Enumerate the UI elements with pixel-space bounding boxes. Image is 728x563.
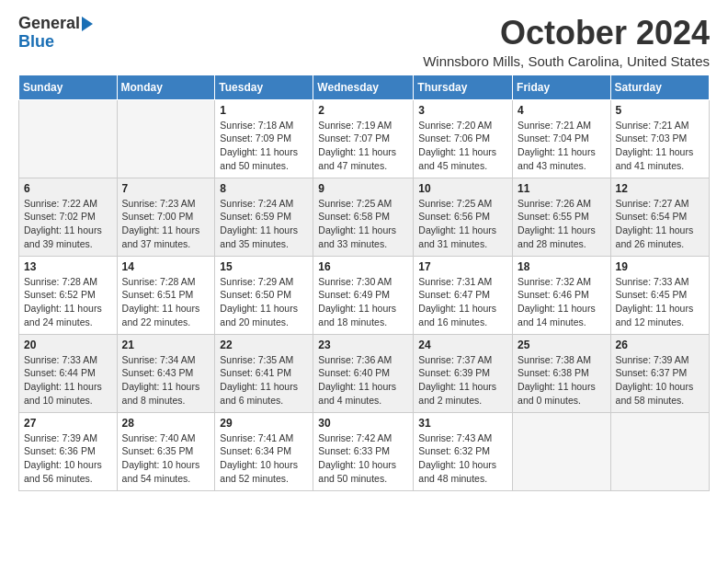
day-number: 19	[616, 260, 704, 273]
day-number: 10	[418, 182, 507, 195]
sunset-text: Sunset: 6:39 PM	[418, 367, 490, 378]
day-number: 25	[518, 339, 606, 351]
logo-blue: Blue	[18, 33, 54, 52]
sunset-text: Sunset: 6:58 PM	[318, 211, 390, 222]
sunrise-text: Sunrise: 7:19 AM	[318, 120, 392, 131]
sunrise-text: Sunrise: 7:28 AM	[122, 276, 196, 287]
day-info: Sunrise: 7:40 AMSunset: 6:35 PMDaylight:…	[122, 431, 210, 486]
daylight-text: Daylight: 11 hours and 37 minutes.	[122, 224, 200, 249]
table-row: 27Sunrise: 7:39 AMSunset: 6:36 PMDayligh…	[19, 412, 118, 490]
daylight-text: Daylight: 11 hours and 22 minutes.	[122, 303, 200, 327]
day-info: Sunrise: 7:28 AMSunset: 6:52 PMDaylight:…	[24, 275, 112, 329]
sunset-text: Sunset: 6:59 PM	[220, 211, 291, 222]
daylight-text: Daylight: 10 hours and 48 minutes.	[418, 459, 496, 484]
day-info: Sunrise: 7:22 AMSunset: 7:02 PMDaylight:…	[24, 197, 112, 251]
sunrise-text: Sunrise: 7:28 AM	[24, 276, 97, 287]
day-info: Sunrise: 7:24 AMSunset: 6:59 PMDaylight:…	[220, 197, 308, 251]
sunset-text: Sunset: 6:55 PM	[518, 211, 589, 222]
daylight-text: Daylight: 11 hours and 24 minutes.	[24, 303, 102, 327]
daylight-text: Daylight: 11 hours and 12 minutes.	[616, 303, 694, 327]
day-number: 15	[220, 260, 308, 273]
sunrise-text: Sunrise: 7:25 AM	[318, 198, 392, 209]
day-info: Sunrise: 7:26 AMSunset: 6:55 PMDaylight:…	[518, 197, 606, 251]
day-number: 7	[122, 182, 210, 195]
day-number: 20	[24, 339, 112, 351]
day-info: Sunrise: 7:25 AMSunset: 6:56 PMDaylight:…	[418, 197, 507, 251]
daylight-text: Daylight: 11 hours and 43 minutes.	[518, 146, 596, 171]
day-number: 11	[518, 182, 606, 195]
sunrise-text: Sunrise: 7:30 AM	[318, 276, 392, 287]
sunset-text: Sunset: 7:06 PM	[418, 132, 490, 144]
day-number: 4	[518, 104, 606, 117]
sunrise-text: Sunrise: 7:33 AM	[616, 276, 689, 287]
day-number: 29	[220, 417, 308, 430]
sunrise-text: Sunrise: 7:32 AM	[518, 276, 591, 287]
table-row: 11Sunrise: 7:26 AMSunset: 6:55 PMDayligh…	[513, 178, 611, 256]
sunset-text: Sunset: 6:54 PM	[616, 211, 688, 222]
calendar-week-row: 20Sunrise: 7:33 AMSunset: 6:44 PMDayligh…	[19, 334, 710, 412]
daylight-text: Daylight: 10 hours and 52 minutes.	[220, 459, 298, 484]
sunset-text: Sunset: 6:36 PM	[24, 445, 96, 456]
table-row: 31Sunrise: 7:43 AMSunset: 6:32 PMDayligh…	[414, 412, 513, 490]
sunset-text: Sunset: 6:35 PM	[122, 445, 194, 456]
day-number: 18	[518, 260, 606, 273]
day-info: Sunrise: 7:39 AMSunset: 6:37 PMDaylight:…	[616, 353, 704, 408]
sunrise-text: Sunrise: 7:29 AM	[220, 276, 293, 287]
sunrise-text: Sunrise: 7:18 AM	[220, 120, 293, 131]
sunrise-text: Sunrise: 7:41 AM	[220, 432, 293, 443]
logo-arrow-icon	[82, 17, 93, 31]
table-row: 25Sunrise: 7:38 AMSunset: 6:38 PMDayligh…	[513, 334, 611, 412]
table-row: 23Sunrise: 7:36 AMSunset: 6:40 PMDayligh…	[313, 334, 414, 412]
header-monday: Monday	[117, 75, 215, 99]
sunset-text: Sunset: 7:09 PM	[220, 132, 291, 144]
day-number: 6	[24, 182, 112, 195]
daylight-text: Daylight: 11 hours and 45 minutes.	[418, 146, 496, 171]
header-thursday: Thursday	[414, 75, 513, 99]
table-row: 7Sunrise: 7:23 AMSunset: 7:00 PMDaylight…	[117, 178, 215, 256]
day-number: 14	[122, 260, 210, 273]
daylight-text: Daylight: 11 hours and 35 minutes.	[220, 224, 298, 249]
daylight-text: Daylight: 11 hours and 41 minutes.	[616, 146, 694, 171]
table-row: 18Sunrise: 7:32 AMSunset: 6:46 PMDayligh…	[513, 256, 611, 334]
daylight-text: Daylight: 11 hours and 31 minutes.	[418, 224, 496, 249]
table-row: 20Sunrise: 7:33 AMSunset: 6:44 PMDayligh…	[19, 334, 118, 412]
sunset-text: Sunset: 6:37 PM	[616, 367, 688, 378]
sunrise-text: Sunrise: 7:27 AM	[616, 198, 689, 209]
sunrise-text: Sunrise: 7:33 AM	[24, 354, 97, 365]
table-row: 17Sunrise: 7:31 AMSunset: 6:47 PMDayligh…	[414, 256, 513, 334]
day-number: 1	[220, 104, 308, 117]
day-info: Sunrise: 7:21 AMSunset: 7:03 PMDaylight:…	[616, 119, 704, 173]
daylight-text: Daylight: 11 hours and 47 minutes.	[318, 146, 396, 171]
sunset-text: Sunset: 6:40 PM	[318, 367, 390, 378]
day-number: 13	[24, 260, 112, 273]
day-info: Sunrise: 7:35 AMSunset: 6:41 PMDaylight:…	[220, 353, 308, 408]
daylight-text: Daylight: 10 hours and 50 minutes.	[318, 459, 396, 484]
daylight-text: Daylight: 11 hours and 4 minutes.	[318, 381, 396, 406]
sunset-text: Sunset: 6:56 PM	[418, 211, 490, 222]
sunset-text: Sunset: 7:00 PM	[122, 211, 194, 222]
sunrise-text: Sunrise: 7:36 AM	[318, 354, 392, 365]
sunrise-text: Sunrise: 7:23 AM	[122, 198, 196, 209]
page: General Blue October 2024 Winnsboro Mill…	[0, 0, 728, 506]
table-row: 22Sunrise: 7:35 AMSunset: 6:41 PMDayligh…	[215, 334, 313, 412]
table-row: 19Sunrise: 7:33 AMSunset: 6:45 PMDayligh…	[610, 256, 709, 334]
table-row: 9Sunrise: 7:25 AMSunset: 6:58 PMDaylight…	[313, 178, 414, 256]
calendar-week-row: 1Sunrise: 7:18 AMSunset: 7:09 PMDaylight…	[19, 99, 710, 178]
day-number: 17	[418, 260, 507, 273]
table-row: 14Sunrise: 7:28 AMSunset: 6:51 PMDayligh…	[117, 256, 215, 334]
sunset-text: Sunset: 6:47 PM	[418, 289, 490, 300]
table-row: 10Sunrise: 7:25 AMSunset: 6:56 PMDayligh…	[414, 178, 513, 256]
sunrise-text: Sunrise: 7:20 AM	[418, 120, 492, 131]
table-row: 24Sunrise: 7:37 AMSunset: 6:39 PMDayligh…	[414, 334, 513, 412]
header-sunday: Sunday	[19, 75, 118, 99]
day-info: Sunrise: 7:34 AMSunset: 6:43 PMDaylight:…	[122, 353, 210, 408]
day-info: Sunrise: 7:21 AMSunset: 7:04 PMDaylight:…	[518, 119, 606, 173]
day-number: 27	[24, 417, 112, 430]
table-row: 29Sunrise: 7:41 AMSunset: 6:34 PMDayligh…	[215, 412, 313, 490]
sunrise-text: Sunrise: 7:24 AM	[220, 198, 293, 209]
table-row	[610, 412, 709, 490]
sunset-text: Sunset: 6:45 PM	[616, 289, 688, 300]
sunrise-text: Sunrise: 7:42 AM	[318, 432, 392, 443]
day-number: 2	[318, 104, 408, 117]
day-info: Sunrise: 7:39 AMSunset: 6:36 PMDaylight:…	[24, 431, 112, 486]
